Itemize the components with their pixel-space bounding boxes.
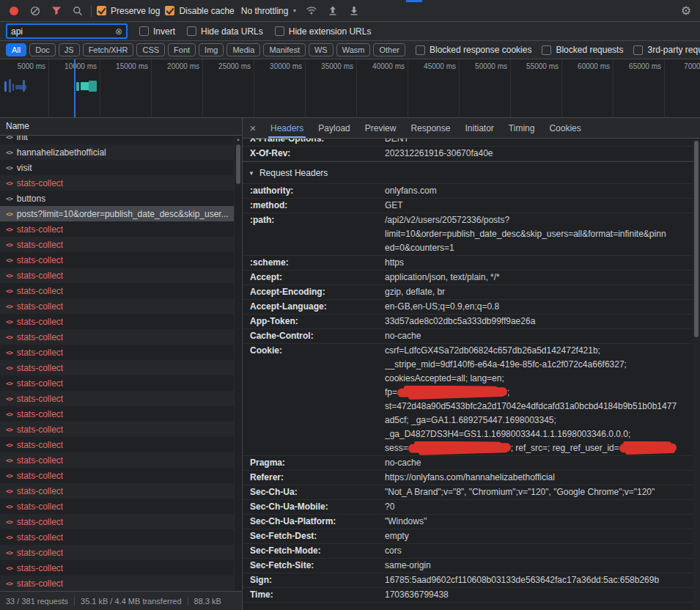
tab-payload[interactable]: Payload: [311, 118, 357, 138]
header-text: fp=: [385, 387, 397, 397]
request-row[interactable]: <>stats-collect: [0, 375, 235, 391]
filter-button[interactable]: [48, 3, 65, 19]
header-row: Accept-Encoding:gzip, deflate, br: [243, 285, 693, 300]
header-name: Sec-Fetch-Mode:: [243, 544, 385, 558]
invert-checkbox[interactable]: Invert: [139, 26, 175, 37]
filter-chip-media[interactable]: Media: [226, 43, 260, 56]
tab-timing[interactable]: Timing: [501, 118, 542, 138]
header-text: "Not_A Brand";v="8", "Chromium";v="120",…: [385, 487, 655, 497]
checkbox-label: Blocked requests: [556, 45, 623, 55]
details-scrollbar[interactable]: [693, 139, 700, 610]
scrollbar-thumb[interactable]: [694, 141, 699, 337]
hide-extension-urls-checkbox[interactable]: Hide extension URLs: [275, 26, 372, 37]
checkbox-box: [187, 26, 196, 36]
tab-initiator[interactable]: Initiator: [457, 118, 501, 138]
request-name: stats-collect: [17, 471, 63, 481]
blocked-response-cookies-checkbox[interactable]: Blocked response cookies: [416, 45, 531, 55]
filter-chip-ws[interactable]: WS: [309, 43, 334, 56]
overview-activity-bar: [9, 79, 11, 92]
network-overview[interactable]: 5000 ms10000 ms15000 ms20000 ms25000 ms3…: [0, 59, 700, 118]
network-conditions-button[interactable]: [303, 3, 320, 19]
hide-data-urls-checkbox[interactable]: Hide data URLs: [187, 26, 263, 37]
request-name: stats-collect: [17, 517, 63, 527]
header-text: _ga_D4827DS3H4=GS1.1.1698003344.1.1.1698…: [385, 429, 630, 439]
export-har-button[interactable]: [346, 3, 362, 19]
request-row[interactable]: <>stats-collect: [0, 560, 235, 576]
request-row[interactable]: <>stats-collect: [0, 422, 235, 437]
filter-chip-doc[interactable]: Doc: [29, 43, 56, 56]
clear-button[interactable]: [27, 3, 43, 19]
header-value-line: st=472d48a90d5433bfc2a2d17042e4dfdcafd31…: [385, 400, 693, 414]
close-details-button[interactable]: ×: [243, 118, 263, 138]
clear-filter-icon[interactable]: ⊗: [115, 26, 122, 37]
header-value-line: cookiesAccepted=all; lang=en;: [385, 372, 693, 386]
request-row[interactable]: <>stats-collect: [0, 545, 235, 560]
request-row[interactable]: <>stats-collect: [0, 406, 235, 422]
request-row[interactable]: <>stats-collect: [0, 329, 235, 345]
filter-input[interactable]: api ⊗: [6, 23, 128, 39]
requests-scrollbar[interactable]: ▲: [234, 136, 242, 591]
filter-chip-wasm[interactable]: Wasm: [336, 43, 371, 56]
request-row[interactable]: <>stats-collect: [0, 576, 235, 591]
filter-chip-css[interactable]: CSS: [136, 43, 165, 56]
3rd-party-requests-checkbox[interactable]: 3rd-party requests: [633, 45, 700, 55]
name-column-header[interactable]: Name: [0, 118, 242, 136]
search-button[interactable]: [70, 3, 86, 19]
preserve-log-checkbox[interactable]: Preserve log: [97, 6, 160, 16]
import-har-button[interactable]: [325, 3, 341, 19]
header-row: Accept-Language:en-GB,en-US;q=0.9,en;q=0…: [243, 300, 693, 315]
throttling-select[interactable]: No throttling ▼: [240, 6, 299, 16]
request-row[interactable]: <>stats-collect: [0, 175, 235, 191]
header-row: Pragma:no-cache: [243, 456, 693, 471]
request-row[interactable]: <>stats-collect: [0, 298, 235, 314]
header-name: Accept-Language:: [243, 300, 385, 314]
checkbox-label: Hide extension URLs: [289, 26, 372, 37]
request-row[interactable]: <>stats-collect: [0, 314, 235, 329]
request-row[interactable]: <>stats-collect: [0, 252, 235, 268]
tab-preview[interactable]: Preview: [358, 118, 404, 138]
header-value: DENY: [385, 139, 693, 146]
filter-input-value: api: [11, 26, 112, 37]
request-name: hannahelizabethofficial: [17, 147, 106, 158]
request-row[interactable]: <>stats-collect: [0, 268, 235, 283]
request-row[interactable]: <>stats-collect: [0, 237, 235, 252]
overview-time-label: 65000 ms: [613, 59, 664, 70]
request-headers-section[interactable]: ▼ Request Headers: [243, 161, 693, 184]
request-row[interactable]: <>stats-collect: [0, 529, 235, 545]
settings-button[interactable]: ⚙: [678, 3, 694, 19]
top-blue-indicator: [406, 0, 422, 2]
filter-chip-other[interactable]: Other: [373, 43, 405, 56]
request-row[interactable]: <>stats-collect: [0, 514, 235, 529]
request-row[interactable]: <>stats-collect: [0, 391, 235, 406]
tab-headers[interactable]: Headers: [263, 118, 311, 138]
disable-cache-checkbox[interactable]: Disable cache: [165, 6, 234, 16]
tab-response[interactable]: Response: [403, 118, 457, 138]
request-row[interactable]: <>stats-collect: [0, 452, 235, 468]
record-button[interactable]: [6, 3, 22, 19]
filter-chip-fetch-xhr[interactable]: Fetch/XHR: [83, 43, 134, 56]
request-row[interactable]: <>init: [0, 136, 235, 144]
request-row[interactable]: <>stats-collect: [0, 468, 235, 483]
request-row[interactable]: <>stats-collect: [0, 499, 235, 514]
script-icon: <>: [6, 411, 12, 418]
scrollbar-thumb[interactable]: [236, 144, 240, 184]
filter-chip-manifest[interactable]: Manifest: [263, 43, 306, 56]
request-row[interactable]: <>stats-collect: [0, 345, 235, 360]
request-row[interactable]: <>visit: [0, 160, 235, 175]
request-row[interactable]: <>stats-collect: [0, 360, 235, 375]
filter-chip-font[interactable]: Font: [168, 43, 196, 56]
blocked-requests-checkbox[interactable]: Blocked requests: [542, 45, 623, 55]
filter-chip-all[interactable]: All: [6, 43, 26, 56]
request-row[interactable]: <>hannahelizabethofficial: [0, 144, 235, 160]
scrollbar-up-icon[interactable]: ▲: [235, 137, 242, 142]
request-row[interactable]: <>posts?limit=10&order=publish_date_desc…: [0, 206, 235, 221]
filter-chip-img[interactable]: Img: [199, 43, 224, 56]
request-row[interactable]: <>stats-collect: [0, 283, 235, 298]
request-row[interactable]: <>stats-collect: [0, 483, 235, 499]
request-row[interactable]: <>stats-collect: [0, 221, 235, 237]
filter-chip-js[interactable]: JS: [59, 43, 80, 56]
request-row[interactable]: <>stats-collect: [0, 437, 235, 452]
request-row[interactable]: <>buttons: [0, 191, 235, 206]
overview-selection-line[interactable]: [74, 59, 75, 117]
tab-cookies[interactable]: Cookies: [542, 118, 588, 138]
